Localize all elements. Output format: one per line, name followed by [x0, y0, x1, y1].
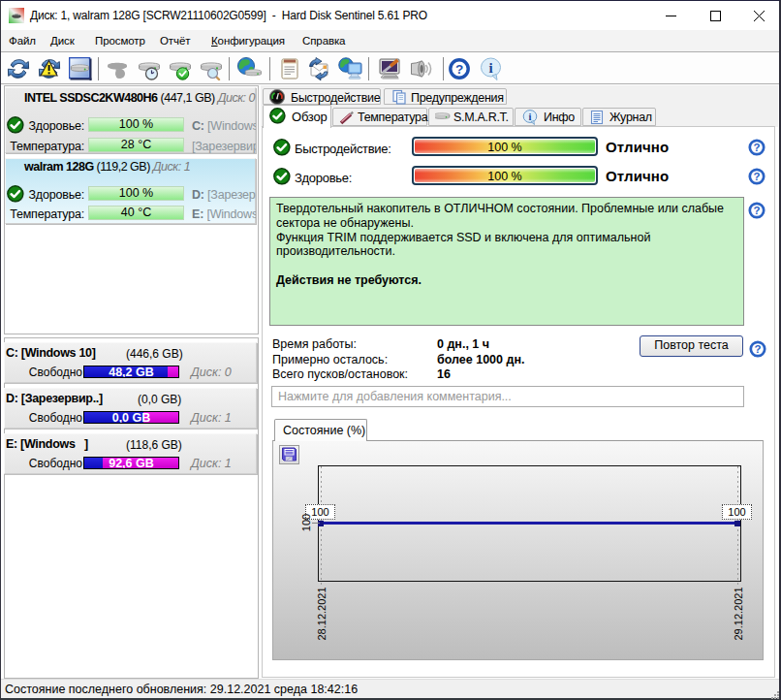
- svg-text:?: ?: [455, 62, 463, 77]
- svg-text:i: i: [488, 60, 492, 76]
- svg-text:i: i: [529, 111, 532, 122]
